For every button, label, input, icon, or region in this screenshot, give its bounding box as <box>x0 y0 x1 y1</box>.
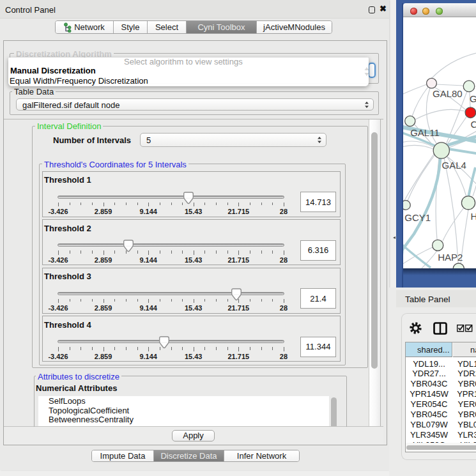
svg-text:H: H <box>471 211 476 222</box>
svg-text:GAL4: GAL4 <box>442 160 466 171</box>
svg-text:GCY1: GCY1 <box>404 212 431 223</box>
svg-text:GAL11: GAL11 <box>410 127 440 138</box>
svg-text:GA: GA <box>470 93 476 104</box>
svg-text:GAL80: GAL80 <box>433 88 463 99</box>
svg-text:HAP2: HAP2 <box>438 252 463 263</box>
svg-text:C: C <box>471 119 476 130</box>
